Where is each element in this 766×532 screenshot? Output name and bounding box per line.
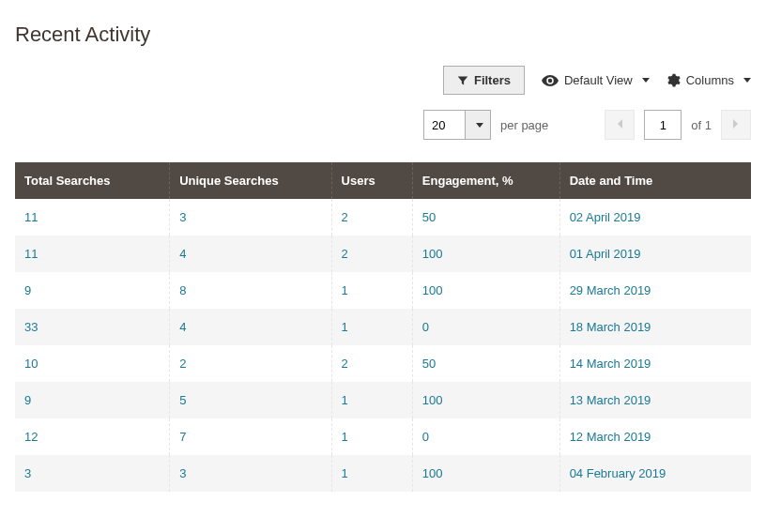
chevron-down-icon: [476, 123, 483, 128]
default-view-label: Default View: [564, 73, 633, 87]
cell-engagement: 0: [412, 309, 559, 345]
col-total-searches[interactable]: Total Searches: [15, 162, 170, 199]
chevron-right-icon: [732, 118, 740, 132]
table-row[interactable]: 114210001 April 2019: [15, 236, 751, 272]
chevron-left-icon: [616, 118, 623, 132]
cell-engagement: 50: [412, 199, 559, 236]
cell-users: 2: [331, 199, 412, 236]
eye-icon: [542, 75, 559, 86]
cell-total: 9: [15, 272, 170, 309]
cell-engagement: 100: [412, 455, 559, 492]
cell-date: 18 March 2019: [559, 309, 751, 345]
grid-toolbar: Filters Default View Columns: [15, 66, 751, 95]
cell-unique: 4: [170, 236, 331, 272]
cell-users: 1: [331, 418, 412, 455]
cell-date: 02 April 2019: [559, 199, 751, 236]
cell-total: 3: [15, 455, 170, 492]
table-row[interactable]: 95110013 March 2019: [15, 382, 751, 418]
cell-date: 14 March 2019: [559, 345, 751, 382]
total-pages-label: of 1: [691, 118, 712, 132]
table-header-row: Total Searches Unique Searches Users Eng…: [15, 162, 751, 199]
cell-unique: 8: [170, 272, 331, 309]
cell-users: 2: [331, 236, 412, 272]
cell-total: 11: [15, 199, 170, 236]
next-page-button[interactable]: [721, 110, 751, 140]
col-unique-searches[interactable]: Unique Searches: [170, 162, 331, 199]
prev-page-button[interactable]: [605, 110, 635, 140]
pagination-bar: per page of 1: [15, 110, 751, 140]
table-row[interactable]: 11325002 April 2019: [15, 199, 751, 236]
chevron-down-icon: [743, 78, 751, 83]
cell-engagement: 100: [412, 382, 559, 418]
cell-date: 12 March 2019: [559, 418, 751, 455]
cell-users: 1: [331, 272, 412, 309]
cell-users: 1: [331, 309, 412, 345]
cell-date: 04 February 2019: [559, 455, 751, 492]
cell-unique: 3: [170, 455, 331, 492]
table-row[interactable]: 1271012 March 2019: [15, 418, 751, 455]
funnel-icon: [457, 75, 468, 86]
cell-date: 13 March 2019: [559, 382, 751, 418]
cell-total: 12: [15, 418, 170, 455]
cell-users: 1: [331, 455, 412, 492]
cell-users: 2: [331, 345, 412, 382]
cell-date: 01 April 2019: [559, 236, 751, 272]
current-page-input[interactable]: [644, 110, 682, 140]
cell-unique: 3: [170, 199, 331, 236]
cell-engagement: 100: [412, 236, 559, 272]
default-view-button[interactable]: Default View: [542, 73, 650, 87]
activity-table: Total Searches Unique Searches Users Eng…: [15, 162, 751, 492]
columns-button[interactable]: Columns: [666, 73, 751, 87]
table-row[interactable]: 3341018 March 2019: [15, 309, 751, 345]
table-row[interactable]: 98110029 March 2019: [15, 272, 751, 309]
gear-icon: [666, 73, 681, 87]
cell-total: 9: [15, 382, 170, 418]
cell-total: 11: [15, 236, 170, 272]
cell-total: 33: [15, 309, 170, 345]
cell-unique: 5: [170, 382, 331, 418]
cell-unique: 7: [170, 418, 331, 455]
cell-users: 1: [331, 382, 412, 418]
table-row[interactable]: 10225014 March 2019: [15, 345, 751, 382]
col-users[interactable]: Users: [331, 162, 412, 199]
per-page-input[interactable]: [423, 110, 465, 140]
columns-label: Columns: [686, 73, 734, 87]
cell-engagement: 0: [412, 418, 559, 455]
cell-engagement: 100: [412, 272, 559, 309]
col-date-time[interactable]: Date and Time: [559, 162, 751, 199]
table-row[interactable]: 33110004 February 2019: [15, 455, 751, 492]
col-engagement[interactable]: Engagement, %: [412, 162, 559, 199]
cell-unique: 4: [170, 309, 331, 345]
chevron-down-icon: [642, 78, 650, 83]
page-title: Recent Activity: [15, 23, 751, 47]
cell-date: 29 March 2019: [559, 272, 751, 309]
per-page-control: [423, 110, 491, 140]
filters-label: Filters: [474, 73, 511, 87]
per-page-dropdown[interactable]: [465, 110, 491, 140]
filters-button[interactable]: Filters: [443, 66, 525, 95]
cell-unique: 2: [170, 345, 331, 382]
cell-total: 10: [15, 345, 170, 382]
per-page-label: per page: [500, 118, 548, 132]
cell-engagement: 50: [412, 345, 559, 382]
